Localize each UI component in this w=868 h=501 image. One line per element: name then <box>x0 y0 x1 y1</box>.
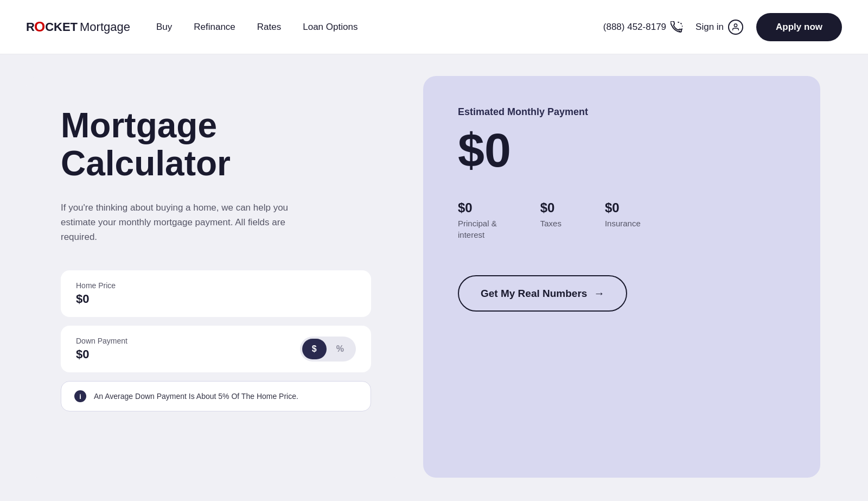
navbar: ROCKET Mortgage Buy Refinance Rates Loan… <box>0 0 868 54</box>
payment-breakdown: $0 Principal &interest $0 Taxes $0 Insur… <box>458 200 786 240</box>
calculator-description: If you're thinking about buying a home, … <box>61 200 321 245</box>
insurance-amount: $0 <box>605 200 641 215</box>
breakdown-insurance: $0 Insurance <box>605 200 641 240</box>
down-payment-toggle[interactable]: $ % <box>300 337 356 362</box>
principal-amount: $0 <box>458 200 497 215</box>
nav-link-loan-options[interactable]: Loan Options <box>303 22 358 33</box>
down-payment-value: $0 <box>76 347 127 362</box>
home-price-input-card[interactable]: Home Price $0 <box>61 270 371 317</box>
toggle-percent-button[interactable]: % <box>327 339 354 359</box>
home-price-value: $0 <box>76 292 356 306</box>
phone-icon <box>671 21 682 33</box>
calculator-title: MortgageCalculator <box>61 106 371 183</box>
sign-in-button[interactable]: Sign in <box>695 20 743 35</box>
info-icon: i <box>74 390 86 402</box>
logo[interactable]: ROCKET Mortgage <box>26 18 130 35</box>
results-panel: Estimated Monthly Payment $0 $0 Principa… <box>423 76 820 478</box>
nav-links: Buy Refinance Rates Loan Options <box>156 22 603 33</box>
user-icon <box>728 20 743 35</box>
taxes-amount: $0 <box>540 200 561 215</box>
toggle-dollar-button[interactable]: $ <box>302 339 327 359</box>
principal-label: Principal &interest <box>458 218 497 240</box>
info-text: An Average Down Payment Is About 5% Of T… <box>94 392 298 401</box>
logo-rocket-cket: CKET <box>45 20 78 34</box>
down-payment-input-card[interactable]: Down Payment $0 $ % <box>61 326 371 372</box>
phone-number[interactable]: (888) 452-8179 <box>603 21 682 33</box>
logo-rocket-r: R <box>26 20 34 34</box>
calculator-panel: MortgageCalculator If you're thinking ab… <box>26 76 406 478</box>
sign-in-text: Sign in <box>695 22 724 33</box>
breakdown-principal: $0 Principal &interest <box>458 200 497 240</box>
breakdown-taxes: $0 Taxes <box>540 200 561 240</box>
get-real-numbers-button[interactable]: Get My Real Numbers → <box>458 275 627 312</box>
arrow-right-icon: → <box>593 287 604 300</box>
taxes-label: Taxes <box>540 218 561 229</box>
logo-rocket-dot: O <box>34 18 45 35</box>
estimated-label: Estimated Monthly Payment <box>458 106 786 118</box>
down-payment-left: Down Payment $0 <box>76 337 127 362</box>
get-real-numbers-text: Get My Real Numbers <box>481 288 587 300</box>
down-payment-label: Down Payment <box>76 337 127 345</box>
insurance-label: Insurance <box>605 218 641 229</box>
svg-point-0 <box>734 24 737 27</box>
nav-link-refinance[interactable]: Refinance <box>194 22 235 33</box>
nav-link-rates[interactable]: Rates <box>257 22 281 33</box>
monthly-payment-amount: $0 <box>458 126 786 174</box>
nav-right: (888) 452-8179 Sign in Apply now <box>603 13 842 41</box>
home-price-label: Home Price <box>76 281 356 290</box>
phone-number-text: (888) 452-8179 <box>603 22 666 33</box>
down-payment-info-box: i An Average Down Payment Is About 5% Of… <box>61 381 371 411</box>
nav-link-buy[interactable]: Buy <box>156 22 172 33</box>
main-content: MortgageCalculator If you're thinking ab… <box>0 54 846 499</box>
apply-now-button[interactable]: Apply now <box>756 13 842 41</box>
logo-mortgage-text: Mortgage <box>80 20 130 34</box>
